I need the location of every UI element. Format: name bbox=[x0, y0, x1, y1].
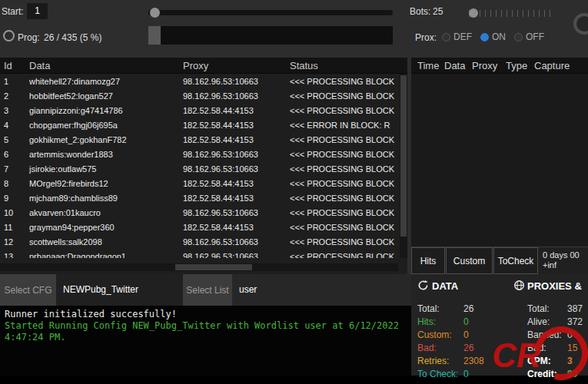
cell-status: <<< PROCESSING BLOCK bbox=[290, 252, 400, 259]
stat-label: Bad: bbox=[417, 343, 463, 353]
table-row[interactable]: 5gokhikmet_2:gokhanF782182.52.58.44:4153… bbox=[0, 132, 400, 147]
stat-value: 2308 bbox=[463, 356, 484, 366]
cell-data: akvarven:01kaucro bbox=[29, 208, 183, 217]
stat-row: Hits:0 bbox=[417, 316, 513, 327]
column-header-status[interactable]: Status bbox=[290, 60, 407, 71]
stat-row: Custom:0 bbox=[417, 329, 513, 340]
cell-proxy: 98.162.96.53:10663 bbox=[183, 91, 290, 101]
table-row[interactable]: 12scottwells:salk209898.162.96.53:10663<… bbox=[0, 234, 400, 249]
proxy-mode-option-off[interactable]: OFF bbox=[514, 31, 544, 42]
hits-table-header: Time Data Proxy Type Capture bbox=[411, 58, 588, 74]
log-line: Runner initialized succesfully! bbox=[5, 309, 407, 320]
hits-tabs: Hits Custom ToCheck 0 days 00 +inf bbox=[411, 247, 588, 274]
stat-row: To Check:0 bbox=[417, 369, 513, 379]
config-name-field[interactable]: NEWPubg_Twitter bbox=[56, 274, 183, 306]
cell-proxy: 182.52.58.44:4153 bbox=[183, 135, 290, 144]
proxies-stats-title: PROXIES & bbox=[527, 280, 582, 292]
cell-data: prbanaag:Dragondragon1 bbox=[29, 252, 183, 259]
table-row[interactable]: 9mjcham89:chambliss89182.52.58.44:4153<<… bbox=[0, 190, 400, 205]
proxy-mode-option-on[interactable]: ON bbox=[480, 31, 506, 42]
start-input[interactable]: 1 bbox=[27, 3, 48, 19]
stat-value: 26 bbox=[463, 343, 473, 353]
stat-row: Credit:$0 bbox=[527, 369, 588, 379]
table-row[interactable]: 1whitehell27:dinamozg2798.162.96.53:1066… bbox=[0, 74, 400, 88]
cell-proxy: 98.162.96.53:10663 bbox=[183, 77, 290, 86]
stat-row: Alive:372 bbox=[527, 316, 588, 327]
stat-label: CPM: bbox=[527, 356, 567, 366]
log-line: Started Running Config NEW_Pubg_Twitter … bbox=[5, 320, 407, 332]
proxy-mode-option-def[interactable]: DEF bbox=[442, 31, 472, 42]
progress-bar bbox=[148, 26, 393, 45]
hits-panel: Time Data Proxy Type Capture Hits Custom… bbox=[411, 58, 588, 274]
start-slider-handle[interactable] bbox=[150, 8, 160, 18]
column-header-time[interactable]: Time bbox=[411, 60, 444, 71]
table-row[interactable]: 8MOrgel92:firebirds12182.52.58.44:4153<<… bbox=[0, 176, 400, 190]
tab-custom[interactable]: Custom bbox=[446, 247, 493, 274]
data-stats-title: DATA bbox=[432, 280, 458, 292]
elapsed-time: 0 days 00 bbox=[543, 250, 580, 260]
radio-label: DEF bbox=[453, 31, 472, 42]
column-header-capture[interactable]: Capture bbox=[534, 60, 588, 71]
table-row[interactable]: 13prbanaag:Dragondragon198.162.96.53:106… bbox=[0, 249, 400, 258]
select-list-button[interactable]: Select List bbox=[183, 274, 232, 306]
cell-status: <<< PROCESSING BLOCK bbox=[290, 106, 400, 115]
cell-id: 9 bbox=[0, 194, 29, 203]
runner-status-icon[interactable] bbox=[3, 30, 15, 41]
start-slider[interactable] bbox=[148, 10, 393, 15]
cell-data: mjcham89:chambliss89 bbox=[29, 194, 183, 203]
settings-icon[interactable] bbox=[573, 13, 588, 35]
bots-slider[interactable] bbox=[469, 7, 552, 19]
radio-label: ON bbox=[492, 31, 506, 42]
start-label: Start: bbox=[2, 6, 24, 17]
table-row[interactable]: 6artemmis:wonder188398.162.96.53:10663<<… bbox=[0, 147, 400, 161]
radio-dot-icon bbox=[442, 33, 450, 41]
cell-status: <<< PROCESSING BLOCK bbox=[290, 77, 400, 86]
table-row[interactable]: 10akvarven:01kaucro98.162.96.53:10663<<<… bbox=[0, 205, 400, 220]
stat-value: 0 bbox=[463, 329, 469, 340]
stats-panel: DATA Total:26Hits:0Custom:0Bad:26Retries… bbox=[411, 274, 588, 376]
stat-value: 387 bbox=[567, 303, 583, 314]
column-header-type[interactable]: Type bbox=[506, 60, 534, 71]
column-header-hit-proxy[interactable]: Proxy bbox=[472, 60, 506, 71]
table-row[interactable]: 2hobbitfeet52:logan52798.162.96.53:10663… bbox=[0, 88, 400, 103]
cell-status: <<< ERROR IN BLOCK: R bbox=[290, 121, 400, 130]
config-bar: Select CFG NEWPubg_Twitter Select List u… bbox=[0, 274, 411, 306]
stat-row: Banned:0 bbox=[527, 329, 588, 340]
bots-slider-handle[interactable] bbox=[469, 8, 478, 18]
cell-id: 12 bbox=[0, 237, 29, 247]
cell-proxy: 98.162.96.53:10663 bbox=[183, 164, 290, 174]
log-output[interactable]: Runner initialized succesfully!Started R… bbox=[0, 306, 411, 384]
stat-label: Custom: bbox=[417, 329, 463, 340]
proxy-mode-label: Prox: bbox=[415, 32, 437, 43]
column-header-proxy[interactable]: Proxy bbox=[183, 60, 290, 71]
cell-data: MOrgel92:firebirds12 bbox=[29, 179, 183, 188]
globe-icon bbox=[513, 280, 525, 294]
cell-status: <<< PROCESSING BLOCK bbox=[290, 91, 400, 101]
tab-hits[interactable]: Hits bbox=[411, 247, 445, 274]
progress-label: Prog: bbox=[18, 32, 40, 43]
wordlist-name-field[interactable]: user bbox=[232, 274, 411, 306]
tab-tocheck[interactable]: ToCheck bbox=[493, 247, 538, 274]
vertical-scrollbar[interactable] bbox=[400, 74, 407, 258]
cell-proxy: 98.162.96.53:10663 bbox=[183, 150, 290, 159]
column-header-id[interactable]: Id bbox=[0, 60, 29, 71]
table-row[interactable]: 4chopgamer:fhgj06j695a182.52.58.44:4153<… bbox=[0, 118, 400, 132]
table-row[interactable]: 11grayman94:pepper360182.52.58.44:4153<<… bbox=[0, 220, 400, 234]
column-header-hit-data[interactable]: Data bbox=[444, 60, 472, 71]
select-config-button[interactable]: Select CFG bbox=[0, 274, 56, 306]
column-header-data[interactable]: Data bbox=[29, 60, 183, 71]
horizontal-scrollbar-thumb[interactable] bbox=[175, 264, 252, 270]
table-row[interactable]: 3giannipizzoni:g47414786182.52.58.44:415… bbox=[0, 103, 400, 118]
stat-label: Total: bbox=[417, 303, 463, 314]
cell-data: artemmis:wonder1883 bbox=[29, 150, 183, 159]
stat-label: To Check: bbox=[417, 369, 463, 379]
table-row[interactable]: 7jsirokie:outlaw57598.162.96.53:10663<<<… bbox=[0, 161, 400, 176]
horizontal-scrollbar[interactable] bbox=[0, 263, 398, 271]
cell-id: 7 bbox=[0, 164, 29, 174]
runner-timer: 0 days 00 +inf bbox=[543, 247, 580, 274]
results-table-header: Id Data Proxy Status bbox=[0, 58, 407, 74]
vertical-scrollbar-thumb[interactable] bbox=[400, 75, 407, 237]
remaining-time: +inf bbox=[543, 260, 580, 270]
cell-proxy: 98.162.96.53:10663 bbox=[183, 237, 290, 247]
runner-topbar: Start: 1 Bots: 25 Prog: 26 / 435 (5 %) P… bbox=[0, 0, 588, 58]
